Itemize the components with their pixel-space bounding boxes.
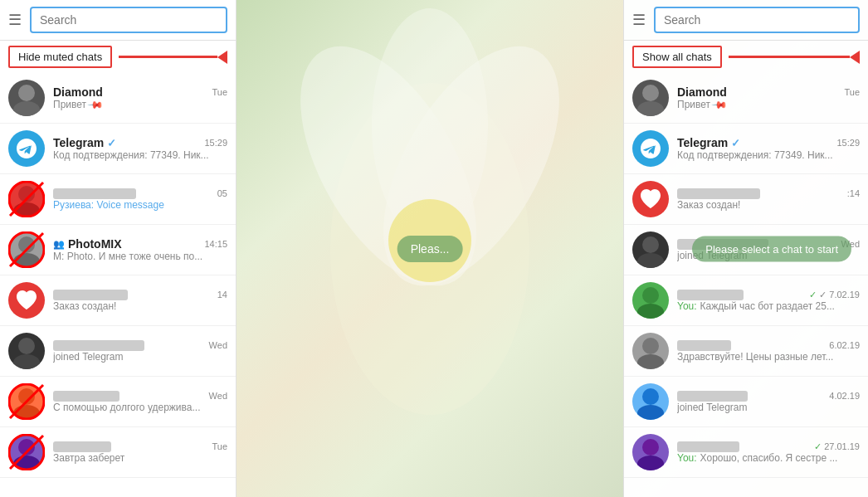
left-chat-item-muted2[interactable]: Wed С помощью долгого удержива... [0, 377, 236, 427]
chat-name: Telegram ✓ [53, 136, 116, 149]
show-all-chats-button[interactable]: Show all chats [632, 46, 722, 68]
chat-top: 👥 PhotoMIX 14:15 [53, 237, 227, 251]
svg-point-1 [13, 101, 40, 116]
chat-name-blurred [677, 188, 760, 199]
avatar-muted1 [8, 181, 45, 217]
avatar [632, 130, 669, 167]
avatar-muted2 [8, 383, 45, 420]
chat-time: 6.02.19 [829, 340, 860, 350]
left-header: ☰ [0, 0, 236, 41]
left-chat-item-muted3[interactable]: Tue Завтра заберет [0, 427, 236, 478]
svg-point-10 [18, 338, 35, 354]
right-panel: ☰ Show all chats Diamond Tue [623, 0, 868, 497]
chat-name-blurred [677, 340, 731, 351]
right-chat-item-telegram[interactable]: Telegram ✓ 15:29 Код подтверждения: 7734… [624, 124, 868, 174]
chat-time: 15:29 [204, 138, 227, 148]
chat-content: Wed С помощью долгого удержива... [53, 391, 227, 413]
left-chat-item-order[interactable]: 14 Заказ создан! [0, 275, 236, 326]
svg-point-26 [637, 101, 664, 116]
svg-point-31 [642, 338, 659, 354]
chat-preview: С помощью долгого удержива... [53, 402, 227, 413]
svg-point-27 [642, 236, 659, 253]
arrow-line [729, 56, 850, 58]
chat-preview: Код подтверждения: 77349. Ник... [53, 149, 227, 161]
svg-point-36 [637, 456, 664, 470]
chat-name-blurred [53, 391, 119, 402]
right-chat-item-order[interactable]: :14 Заказ создан! [624, 174, 868, 225]
avatar [632, 231, 669, 268]
left-menu-icon[interactable]: ☰ [8, 11, 22, 29]
chat-time: Tue [844, 87, 860, 97]
avatar-muted3 [8, 434, 45, 470]
chat-top: 05 [53, 188, 227, 199]
avatar-telegram [8, 130, 45, 167]
pin-icon: 📌 [87, 99, 105, 110]
chat-time: Tue [212, 441, 227, 451]
right-chat-item-bot[interactable]: ✓ ✓ 7.02.19 You: Каждый час бот раздает … [624, 275, 868, 326]
left-chat-item-telegram[interactable]: Telegram ✓ 15:29 Код подтверждения: 7734… [0, 124, 236, 174]
chat-content: 4.02.19 joined Telegram [677, 391, 860, 413]
chat-top: Telegram ✓ 15:29 [53, 136, 227, 149]
left-panel: ☰ Hide muted chats Diamond Tue Привет 📌 [0, 0, 237, 497]
chat-top: 4.02.19 [677, 391, 860, 402]
right-chat-item-diamond[interactable]: Diamond Tue Привет 📌 [624, 73, 868, 124]
chat-content: Diamond Tue Привет 📌 [677, 85, 860, 110]
middle-background: Pleas... [237, 0, 623, 497]
chat-preview: M: Photo. И мне тоже очень по... [53, 251, 227, 262]
left-chat-item-muted1[interactable]: 05 Рузиева: Voice message [0, 174, 236, 225]
arrow-head [217, 51, 227, 64]
left-chat-item-photomix[interactable]: 👥 PhotoMIX 14:15 M: Photo. И мне тоже оч… [0, 225, 236, 275]
chat-time: ✓ 27.01.19 [814, 441, 860, 452]
chat-content: ✓ 27.01.19 You: Хорошо, спасибо. Я сестр… [677, 441, 860, 464]
chat-preview: Рузиева: Voice message [53, 199, 227, 211]
chat-top: Tue [53, 441, 227, 452]
chat-preview: joined Telegram [677, 402, 860, 413]
chat-content: Telegram ✓ 15:29 Код подтверждения: 7734… [53, 136, 227, 161]
chat-time: 14:15 [204, 239, 227, 249]
chat-content: 05 Рузиева: Voice message [53, 188, 227, 211]
chat-preview: You: Каждый час бот раздает 25... [677, 300, 860, 312]
chat-content: ✓ ✓ 7.02.19 You: Каждый час бот раздает … [677, 290, 860, 312]
chat-preview: Завтра заберет [53, 452, 227, 464]
chat-top: Diamond Tue [53, 85, 227, 99]
chat-time: 4.02.19 [829, 391, 860, 401]
left-chat-item-diamond[interactable]: Diamond Tue Привет 📌 [0, 73, 236, 124]
avatar-joined [8, 333, 45, 369]
chat-preview: Заказ создан! [677, 199, 860, 211]
svg-point-28 [637, 253, 664, 268]
chat-content: 👥 PhotoMIX 14:15 M: Photo. И мне тоже оч… [53, 237, 227, 262]
left-chat-list: Diamond Tue Привет 📌 Telegram ✓ [0, 73, 236, 497]
chat-content: 6.02.19 Здравствуйте! Цены разные лет... [677, 340, 860, 363]
left-chat-item-joined[interactable]: Wed joined Telegram [0, 326, 236, 377]
chat-content: Diamond Tue Привет 📌 [53, 85, 227, 110]
chat-name-blurred [53, 188, 136, 199]
chat-name: 👥 PhotoMIX [53, 237, 122, 251]
chat-name-blurred [53, 441, 111, 452]
chat-content: Wed joined Telegram [53, 340, 227, 363]
right-chat-item-purple[interactable]: ✓ 27.01.19 You: Хорошо, спасибо. Я сестр… [624, 427, 868, 478]
right-filter-row: Show all chats [624, 41, 868, 73]
avatar [632, 181, 669, 217]
chat-name-blurred [53, 340, 144, 351]
chat-time: Tue [212, 87, 227, 97]
left-search-input[interactable] [30, 7, 227, 33]
chat-name-blurred [53, 290, 128, 300]
right-chat-item-joined2[interactable]: 4.02.19 joined Telegram [624, 377, 868, 427]
chat-content: 14 Заказ создан! [53, 290, 227, 312]
chat-name: Telegram ✓ [677, 136, 740, 149]
svg-point-0 [18, 85, 35, 101]
chat-top: :14 [677, 188, 860, 199]
chat-time: 14 [217, 290, 227, 300]
arrow-head [850, 51, 860, 64]
right-menu-icon[interactable]: ☰ [632, 11, 646, 29]
chat-content: Telegram ✓ 15:29 Код подтверждения: 7734… [677, 136, 860, 161]
chat-preview: Привет 📌 [677, 99, 860, 110]
chat-top: ✓ ✓ 7.02.19 [677, 290, 860, 300]
hide-muted-chats-button[interactable]: Hide muted chats [8, 46, 112, 68]
right-search-input[interactable] [654, 7, 860, 33]
chat-time: :14 [847, 188, 860, 198]
avatar [632, 434, 669, 470]
chat-time: Wed [209, 340, 227, 350]
right-chat-item-prices[interactable]: 6.02.19 Здравствуйте! Цены разные лет... [624, 326, 868, 377]
chat-top: Telegram ✓ 15:29 [677, 136, 860, 149]
